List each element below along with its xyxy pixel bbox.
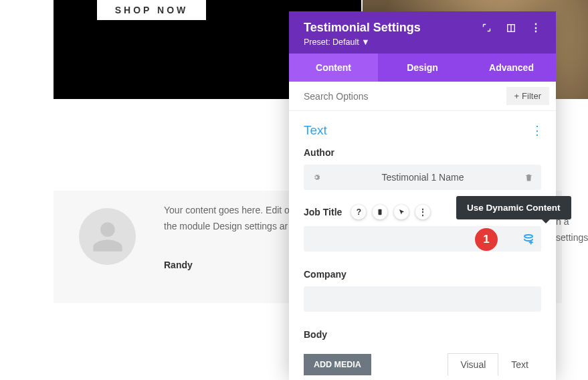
tab-advanced[interactable]: Advanced bbox=[467, 54, 556, 82]
filter-button[interactable]: +Filter bbox=[506, 87, 549, 105]
expand-icon[interactable] bbox=[482, 23, 492, 33]
section-title-text[interactable]: Text bbox=[304, 123, 327, 138]
plus-icon: + bbox=[514, 91, 520, 101]
snap-icon[interactable] bbox=[506, 23, 516, 33]
panel-title: Testimonial Settings bbox=[304, 21, 421, 35]
field-kebab-icon[interactable]: ⋮ bbox=[415, 205, 430, 219]
trash-icon[interactable] bbox=[524, 173, 533, 182]
search-row: +Filter bbox=[289, 82, 556, 111]
tooltip-dynamic-content: Use Dynamic Content bbox=[456, 196, 571, 219]
author-value: Testimonial 1 Name bbox=[321, 172, 524, 183]
panel-body: Text ⋮ Author Testimonial 1 Name Job Tit… bbox=[289, 111, 556, 380]
add-media-button[interactable]: ADD MEDIA bbox=[304, 354, 371, 375]
testimonial-body: Your content goes here. Edit othe module… bbox=[164, 203, 290, 291]
body-label: Body bbox=[304, 329, 541, 340]
gear-icon[interactable] bbox=[312, 173, 321, 182]
cursor-icon[interactable] bbox=[394, 205, 409, 219]
callout-marker-1: 1 bbox=[475, 228, 498, 251]
preset-toggle[interactable]: Preset: Default ▼ bbox=[304, 37, 541, 47]
search-input[interactable] bbox=[304, 91, 506, 102]
dynamic-content-icon[interactable] bbox=[522, 233, 534, 245]
body-line: Your content goes here. Edit o bbox=[164, 205, 290, 215]
section-kebab-icon[interactable]: ⋮ bbox=[531, 123, 543, 138]
panel-header: Testimonial Settings ⋮ Preset: Default ▼ bbox=[289, 11, 556, 54]
job-title-input[interactable] bbox=[304, 226, 541, 252]
company-input[interactable] bbox=[304, 286, 541, 312]
testimonial-author: Randy bbox=[164, 258, 290, 274]
editor-tab-visual[interactable]: Visual bbox=[448, 353, 498, 376]
shop-now-button[interactable]: SHOP NOW bbox=[97, 0, 206, 20]
device-icon[interactable] bbox=[373, 205, 387, 219]
panel-tabs: Content Design Advanced bbox=[289, 54, 556, 82]
company-label: Company bbox=[304, 269, 541, 280]
tab-content[interactable]: Content bbox=[289, 54, 378, 82]
menu-kebab-icon[interactable]: ⋮ bbox=[530, 21, 541, 34]
tab-design[interactable]: Design bbox=[378, 54, 467, 82]
help-icon[interactable]: ? bbox=[351, 205, 366, 219]
editor-tab-text[interactable]: Text bbox=[498, 353, 541, 376]
svg-rect-2 bbox=[379, 209, 382, 215]
author-label: Author bbox=[304, 147, 541, 158]
body-line: the module Design settings ar bbox=[164, 221, 288, 231]
avatar bbox=[79, 208, 136, 265]
author-input[interactable]: Testimonial 1 Name bbox=[304, 165, 541, 190]
